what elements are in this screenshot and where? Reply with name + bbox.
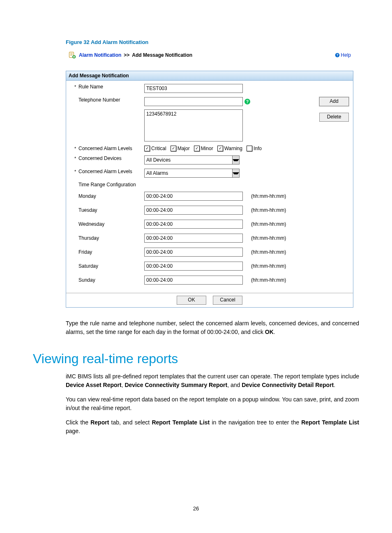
telephone-list-item[interactable]: 12345678912 [146, 111, 241, 117]
svg-text:?: ? [337, 53, 339, 57]
help-icon[interactable]: ? [244, 99, 250, 104]
breadcrumb-separator: >> [124, 52, 129, 58]
time-input[interactable] [144, 220, 243, 229]
devices-label: Concerned Devices [78, 155, 122, 161]
devices-select[interactable]: All Devices [144, 155, 240, 165]
telephone-listbox[interactable]: 12345678912 [144, 109, 243, 141]
rule-name-input[interactable] [144, 84, 243, 93]
checkbox-icon[interactable]: ✓ [171, 146, 176, 151]
cancel-button[interactable]: Cancel [213, 296, 242, 305]
breadcrumb-current: Add Message Notification [132, 52, 192, 58]
time-format-hint: (hh:mm-hh:mm) [251, 207, 286, 213]
alarms-value: All Alarms [145, 170, 232, 176]
time-format-hint: (hh:mm-hh:mm) [251, 235, 286, 241]
time-format-hint: (hh:mm-hh:mm) [251, 193, 286, 199]
breadcrumb-bar: Alarm Notification >> Add Message Notifi… [66, 49, 353, 61]
time-input[interactable] [144, 206, 243, 215]
time-input[interactable] [144, 192, 243, 201]
time-row: Monday(hh:mm-hh:mm) [70, 192, 349, 201]
checkbox-icon[interactable]: ✓ [194, 146, 200, 151]
alarm-level-label: Minor [201, 146, 213, 151]
alarm-level-label: Major [178, 146, 190, 151]
add-button[interactable]: Add [319, 97, 349, 106]
chevron-down-icon [232, 169, 239, 177]
alarm-level-option[interactable]: Info [247, 146, 262, 151]
time-input[interactable] [144, 248, 243, 257]
ok-button[interactable]: OK [177, 296, 206, 305]
chevron-down-icon [232, 156, 239, 164]
alarm-levels-label: Concerned Alarm Levels [78, 146, 132, 151]
panel-title: Add Message Notification [66, 71, 353, 81]
paragraph: iMC BIMS lists all pre-defined report te… [66, 372, 359, 389]
alarm-level-label: Warning [224, 146, 242, 151]
screenshot-panel: Alarm Notification >> Add Message Notifi… [66, 49, 353, 308]
day-label: Saturday [78, 263, 98, 269]
delete-button[interactable]: Delete [319, 113, 349, 122]
alarm-level-label: Info [254, 146, 262, 151]
page-number: 26 [33, 505, 359, 512]
time-row: Wednesday(hh:mm-hh:mm) [70, 220, 349, 229]
time-row: Saturday(hh:mm-hh:mm) [70, 262, 349, 271]
day-label: Sunday [78, 277, 95, 283]
time-format-hint: (hh:mm-hh:mm) [251, 263, 286, 269]
day-label: Thursday [78, 235, 99, 241]
figure-caption: Figure 32 Add Alarm Notification [66, 39, 359, 45]
alarm-level-label: Critical [151, 146, 166, 151]
telephone-label: Telephone Number [78, 97, 120, 103]
time-format-hint: (hh:mm-hh:mm) [251, 277, 286, 283]
day-label: Monday [78, 193, 96, 199]
time-row: Friday(hh:mm-hh:mm) [70, 248, 349, 257]
paragraph: You can view real-time report data based… [66, 395, 359, 412]
day-label: Wednesday [78, 221, 104, 227]
help-label: Help [341, 52, 351, 58]
alarm-level-option[interactable]: ✓Warning [217, 146, 242, 151]
time-input[interactable] [144, 234, 243, 243]
breadcrumb-link[interactable]: Alarm Notification [79, 52, 121, 58]
paragraph: Click the Report tab, and select Report … [66, 418, 359, 436]
help-link[interactable]: ? Help [335, 52, 351, 58]
day-label: Friday [78, 249, 92, 255]
alarm-levels-group: ✓Critical✓Major✓Minor✓WarningInfo [144, 146, 262, 151]
time-row: Thursday(hh:mm-hh:mm) [70, 234, 349, 243]
paragraph-instruction: Type the rule name and telephone number,… [66, 319, 359, 336]
rule-name-label: Rule Name [78, 84, 103, 90]
time-row: Tuesday(hh:mm-hh:mm) [70, 206, 349, 215]
time-format-hint: (hh:mm-hh:mm) [251, 221, 286, 227]
time-row: Sunday(hh:mm-hh:mm) [70, 276, 349, 285]
page-icon [68, 51, 76, 59]
alarm-level-option[interactable]: ✓Major [171, 146, 190, 151]
time-input[interactable] [144, 276, 243, 285]
time-input[interactable] [144, 262, 243, 271]
devices-value: All Devices [145, 157, 232, 163]
checkbox-icon[interactable]: ✓ [217, 146, 223, 151]
telephone-input[interactable] [144, 97, 243, 106]
checkbox-icon[interactable]: ✓ [144, 146, 150, 151]
checkbox-icon[interactable] [247, 146, 252, 151]
time-format-hint: (hh:mm-hh:mm) [251, 249, 286, 255]
alarm-level-option[interactable]: ✓Critical [144, 146, 166, 151]
time-range-label: Time Range Configuration [78, 182, 136, 188]
alarms-label: Concerned Alarm Levels [78, 169, 132, 174]
alarm-level-option[interactable]: ✓Minor [194, 146, 213, 151]
day-label: Tuesday [78, 207, 97, 213]
alarms-select[interactable]: All Alarms [144, 169, 240, 178]
section-heading: Viewing real-time reports [33, 351, 359, 366]
